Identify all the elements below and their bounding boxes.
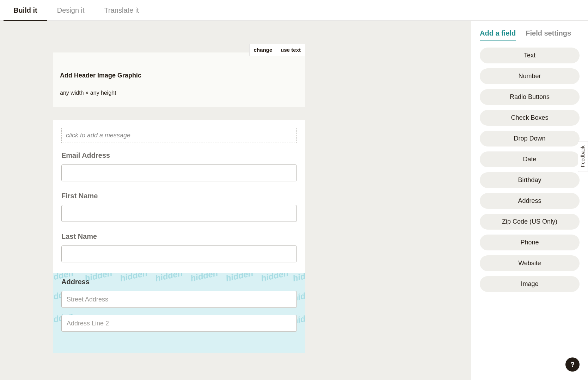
header-image-block[interactable]: change use text Add Header Image Graphic… [53,52,305,107]
tab-design-it[interactable]: Design it [47,0,94,20]
field-label-email: Email Address [61,151,297,160]
add-field-image[interactable]: Image [480,276,580,292]
add-field-phone[interactable]: Phone [480,235,580,250]
change-button[interactable]: change [250,44,277,56]
header-image-dims: any width × any height [60,90,298,96]
address-line2-input[interactable] [61,315,297,332]
add-field-text[interactable]: Text [480,48,580,63]
help-button[interactable]: ? [565,357,580,372]
tab-translate-it[interactable]: Translate it [94,0,149,20]
field-label-first-name: First Name [61,192,297,200]
add-field-drop-down[interactable]: Drop Down [480,131,580,147]
field-email[interactable]: Email Address [61,151,297,181]
email-input[interactable] [61,164,297,181]
field-label-last-name: Last Name [61,232,297,241]
field-address-hidden[interactable]: hidden hidden hidden hidden hidden hidde… [53,273,305,353]
add-field-address[interactable]: Address [480,193,580,209]
form-card: click to add a message Email Address Fir… [53,120,305,353]
tab-build-it[interactable]: Build it [4,0,47,20]
last-name-input[interactable] [61,245,297,262]
add-field-zip-code[interactable]: Zip Code (US Only) [480,214,580,230]
add-field-check-boxes[interactable]: Check Boxes [480,110,580,126]
sidebar-tabs: Add a field Field settings [480,29,580,41]
add-field-radio-buttons[interactable]: Radio Buttons [480,89,580,105]
add-field-number[interactable]: Number [480,68,580,84]
sidebar-tab-add-field[interactable]: Add a field [480,29,516,41]
field-label-address: Address [61,278,297,286]
add-field-website[interactable]: Website [480,255,580,271]
add-field-date[interactable]: Date [480,151,580,167]
add-field-birthday[interactable]: Birthday [480,172,580,188]
field-first-name[interactable]: First Name [61,192,297,222]
top-tabs: Build it Design it Translate it [0,0,588,21]
first-name-input[interactable] [61,205,297,222]
header-image-title: Add Header Image Graphic [60,72,298,79]
field-last-name[interactable]: Last Name [61,232,297,262]
sidebar: Add a field Field settings Text Number R… [471,21,588,380]
header-image-actions: change use text [249,44,305,56]
canvas-inner: change use text Add Header Image Graphic… [53,52,305,353]
feedback-tab[interactable]: Feedback [578,141,588,172]
use-text-button[interactable]: use text [276,44,305,56]
sidebar-tab-field-settings[interactable]: Field settings [526,29,571,41]
add-message-placeholder[interactable]: click to add a message [61,128,297,143]
street-address-input[interactable] [61,291,297,308]
main-layout: change use text Add Header Image Graphic… [0,21,588,380]
help-icon: ? [570,361,575,369]
canvas-area: change use text Add Header Image Graphic… [0,21,471,380]
